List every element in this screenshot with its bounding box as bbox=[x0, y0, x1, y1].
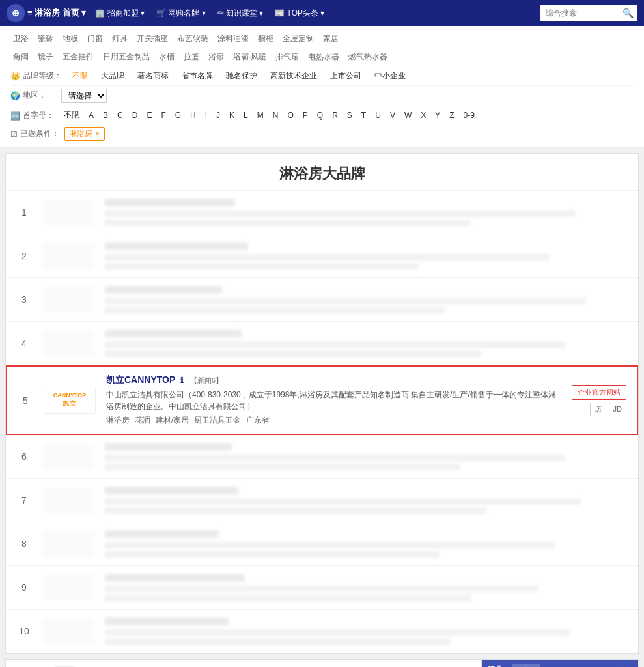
letter-Z[interactable]: Z bbox=[447, 110, 456, 121]
cat-shuicao[interactable]: 水槽 bbox=[156, 51, 177, 63]
brand-level-zhuming[interactable]: 著名商标 bbox=[132, 69, 174, 83]
category-tags-2: 角阀 镜子 五金挂件 日用五金制品 水槽 拉篮 浴帘 浴霸·风暖 排气扇 电热水… bbox=[10, 51, 634, 63]
brand-level-dabrand[interactable]: 大品牌 bbox=[96, 69, 130, 83]
tag-jiancai[interactable]: 建材/家居 bbox=[156, 415, 189, 426]
brand-level-options: 不限 大品牌 著名商标 省市名牌 驰名保护 高新技术企业 上市公司 中小企业 bbox=[67, 69, 634, 83]
cat-ranqishuiqi[interactable]: 燃气热水器 bbox=[346, 51, 390, 63]
logo-icon: ⊕ bbox=[7, 4, 25, 22]
brand-list: 1 2 3 bbox=[6, 191, 638, 653]
letter-D[interactable]: D bbox=[130, 110, 141, 121]
brand-actions-5: 企业官方网站 店 JD bbox=[572, 385, 626, 416]
cat-diban[interactable]: 地板 bbox=[60, 33, 81, 45]
cat-chugui[interactable]: 橱柜 bbox=[255, 33, 276, 45]
sidebar-tab-hotbrand[interactable]: 热点品牌 bbox=[605, 664, 633, 667]
cat-paiqifan[interactable]: 排气扇 bbox=[273, 51, 301, 63]
letter-U[interactable]: U bbox=[372, 110, 384, 121]
brand-logo-4 bbox=[42, 330, 94, 356]
top-navigation: ⊕ ≡ 淋浴房 首页 ▾ 🏢 招商加盟 ▾ 🛒 网购名牌 ▾ ✏ 知识课堂 ▾ … bbox=[0, 0, 644, 26]
sidebar-tab-zhaoshang[interactable]: 招商加盟 bbox=[512, 664, 540, 667]
cat-cizuan[interactable]: 瓷砖 bbox=[35, 33, 56, 45]
nav-item-top[interactable]: 📰 TOP头条 ▾ bbox=[270, 5, 329, 21]
letter-M[interactable]: M bbox=[255, 110, 266, 121]
brand-row-6: 6 bbox=[6, 435, 638, 479]
brand-level-zhongxiao[interactable]: 中小企业 bbox=[369, 69, 411, 83]
letter-B[interactable]: B bbox=[100, 110, 111, 121]
letter-Y[interactable]: Y bbox=[432, 110, 443, 121]
letter-Q[interactable]: Q bbox=[315, 110, 326, 121]
letter-A[interactable]: A bbox=[86, 110, 96, 121]
letter-G[interactable]: G bbox=[173, 110, 184, 121]
brand-level-chiming[interactable]: 驰名保护 bbox=[221, 69, 262, 83]
letter-H[interactable]: H bbox=[188, 110, 199, 121]
letter-X[interactable]: X bbox=[418, 110, 428, 121]
remove-tag-linyu[interactable]: ✕ bbox=[94, 130, 100, 138]
search-box: 🔍 bbox=[540, 5, 637, 21]
tag-chuwu[interactable]: 厨卫洁具五金 bbox=[194, 415, 241, 426]
brand-info-10 bbox=[105, 617, 628, 645]
cat-wujin[interactable]: 五金挂件 bbox=[60, 51, 96, 63]
region-icon: 🌍 bbox=[10, 91, 20, 100]
letter-P[interactable]: P bbox=[300, 110, 311, 121]
letter-K[interactable]: K bbox=[227, 110, 237, 121]
bottom-section: maigoo 搜索 登录 | 注册 | 帮助 ≡ 淋浴房 首页 招商加盟▾ 网购… bbox=[5, 659, 639, 667]
search-input[interactable] bbox=[540, 8, 619, 18]
letter-O[interactable]: O bbox=[285, 110, 296, 121]
letter-E[interactable]: E bbox=[144, 110, 154, 121]
cat-yulian[interactable]: 浴帘 bbox=[206, 51, 227, 63]
cat-tuliao[interactable]: 涂料油漆 bbox=[215, 33, 251, 45]
search-button[interactable]: 🔍 bbox=[619, 8, 637, 18]
cat-weiyü[interactable]: 卫浴 bbox=[10, 33, 31, 45]
letter-F[interactable]: F bbox=[158, 110, 168, 121]
selected-tag-linyu[interactable]: 淋浴房 ✕ bbox=[64, 127, 105, 141]
cat-menchuang[interactable]: 门窗 bbox=[85, 33, 105, 45]
category-row-1: 卫浴 瓷砖 地板 门窗 灯具 开关插座 布艺软装 涂料油漆 橱柜 全屋定制 家居 bbox=[10, 30, 634, 48]
letter-C[interactable]: C bbox=[115, 110, 126, 121]
brand-row-9: 9 bbox=[6, 566, 638, 610]
brand-level-unlimited[interactable]: 不限 bbox=[67, 69, 93, 83]
brand-level-shangshi[interactable]: 上市公司 bbox=[325, 69, 367, 83]
tag-guangdong[interactable]: 广东省 bbox=[246, 415, 270, 426]
letter-V[interactable]: V bbox=[387, 110, 398, 121]
nav-item-wanggou[interactable]: 🛒 网购名牌 ▾ bbox=[151, 5, 211, 21]
brand-info-9 bbox=[105, 574, 628, 601]
nav-item-zhishi[interactable]: ✏ 知识课堂 ▾ bbox=[212, 5, 269, 21]
nav-item-zhaoshang[interactable]: 🏢 招商加盟 ▾ bbox=[90, 5, 150, 21]
cat-kaiguan[interactable]: 开关插座 bbox=[134, 33, 171, 45]
official-site-button[interactable]: 企业官方网站 bbox=[572, 385, 626, 400]
jd-button[interactable]: JD bbox=[609, 403, 626, 416]
letter-unlimited[interactable]: 不限 bbox=[61, 109, 82, 121]
letter-I[interactable]: I bbox=[203, 110, 210, 121]
action-buttons-5: 店 JD bbox=[590, 403, 626, 416]
sidebar-tab-wanggou[interactable]: 网购名牌 bbox=[543, 664, 571, 667]
cat-yuba[interactable]: 浴霸·风暖 bbox=[231, 51, 269, 63]
brand-level-icon: 👑 bbox=[10, 72, 20, 81]
letter-R[interactable]: R bbox=[329, 110, 341, 121]
brand-level-gaoxin[interactable]: 高新技术企业 bbox=[265, 69, 322, 83]
tag-huasan[interactable]: 花洒 bbox=[135, 415, 150, 426]
cat-jingzi[interactable]: 镜子 bbox=[35, 51, 56, 63]
letter-N[interactable]: N bbox=[270, 110, 281, 121]
letter-T[interactable]: T bbox=[359, 110, 369, 121]
letter-09[interactable]: 0-9 bbox=[461, 110, 477, 121]
cat-riyong[interactable]: 日用五金制品 bbox=[100, 51, 152, 63]
bottom-right-sidebar: 行业榜单 招商加盟 网购名牌 知识课堂 热点品牌 1 JD旗舰店 招商 bbox=[482, 660, 638, 667]
cat-jiaofan[interactable]: 角阀 bbox=[10, 51, 31, 63]
region-select[interactable]: 请选择 bbox=[61, 89, 107, 103]
brand-level-shengshi[interactable]: 省市名牌 bbox=[176, 69, 218, 83]
logo-nav-item[interactable]: ≡ 淋浴房 首页 ▾ bbox=[27, 7, 86, 19]
cat-buzhuang[interactable]: 布艺软装 bbox=[175, 33, 211, 45]
tag-linyu[interactable]: 淋浴房 bbox=[106, 415, 130, 426]
sidebar-tab-zhishi[interactable]: 知识课堂 bbox=[574, 664, 602, 667]
cat-quanwu[interactable]: 全屋定制 bbox=[280, 33, 316, 45]
store-button[interactable]: 店 bbox=[590, 403, 606, 416]
site-logo[interactable]: ⊕ ≡ 淋浴房 首页 ▾ bbox=[7, 4, 86, 22]
letter-W[interactable]: W bbox=[402, 110, 414, 121]
letter-L[interactable]: L bbox=[241, 110, 251, 121]
cat-dengju[interactable]: 灯具 bbox=[109, 33, 130, 45]
letter-J[interactable]: J bbox=[214, 110, 223, 121]
cat-lalan[interactable]: 拉篮 bbox=[181, 51, 202, 63]
letter-S[interactable]: S bbox=[344, 110, 355, 121]
cat-dianreshuiqi[interactable]: 电热水器 bbox=[305, 51, 342, 63]
brand-num-7: 7 bbox=[16, 495, 32, 505]
cat-jiaju[interactable]: 家居 bbox=[320, 33, 341, 45]
